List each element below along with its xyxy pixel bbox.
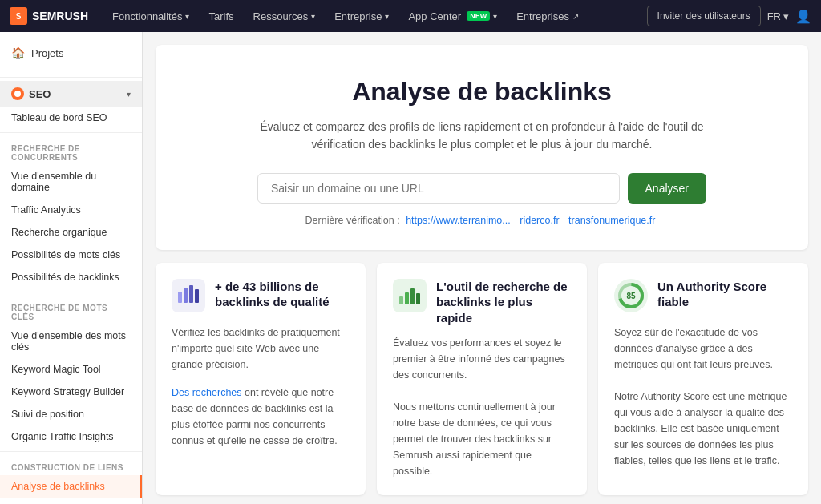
- svg-rect-2: [184, 288, 188, 303]
- quality-icon: [172, 279, 205, 315]
- sidebar-item-organic-insights[interactable]: Organic Traffic Insights: [0, 425, 142, 448]
- main-content: Analyse de backlinks Évaluez et comparez…: [143, 32, 821, 504]
- card-quality-body2: Des recherches ont révélé que notre base…: [172, 385, 350, 449]
- last-check-link-2[interactable]: riderco.fr: [520, 215, 559, 226]
- seo-icon: [11, 87, 24, 100]
- sidebar-item-possibilites-backlinks[interactable]: Possibilités de backlinks: [0, 266, 142, 288]
- card-score-body: Soyez sûr de l'exactitude de vos données…: [614, 325, 792, 469]
- last-check-label: Dernière vérification :: [305, 215, 400, 226]
- svg-rect-3: [189, 285, 193, 303]
- last-check-link-1[interactable]: https://www.terranimo...: [406, 215, 511, 226]
- nav-ressources[interactable]: Ressources: [244, 0, 326, 32]
- sidebar-projects-section: 🏠 Projets: [0, 32, 142, 74]
- svg-text:85: 85: [626, 292, 636, 300]
- search-row: Analyser: [257, 173, 706, 204]
- hero-subtitle: Évaluez et comparez des profils de liens…: [257, 118, 706, 154]
- sidebar-item-recherche-organique[interactable]: Recherche organique: [0, 221, 142, 244]
- svg-rect-9: [416, 293, 420, 304]
- svg-rect-8: [410, 288, 415, 304]
- nav-entreprises[interactable]: Entreprises: [507, 0, 588, 32]
- sidebar-item-possibilites-mots[interactable]: Possibilités de mots clés: [0, 244, 142, 266]
- sidebar-item-keyword-magic[interactable]: Keyword Magic Tool: [0, 358, 142, 381]
- seo-section-header[interactable]: SEO ▾: [0, 81, 142, 107]
- card-score: 85 Un Authority Score fiable Soyez sûr d…: [598, 263, 808, 496]
- nav-entreprise[interactable]: Entreprise: [325, 0, 398, 32]
- sidebar-projects[interactable]: 🏠 Projets: [0, 38, 142, 67]
- section-label-liens: CONSTRUCTION DE LIENS: [0, 455, 142, 475]
- chevron-down-icon: ▾: [127, 90, 131, 99]
- logo-text: SEMRUSH: [32, 10, 88, 22]
- logo[interactable]: S SEMRUSH: [10, 7, 88, 25]
- nav-right: Inviter des utilisateurs FR ▾ 👤: [647, 6, 811, 26]
- card-speed-body: Évaluez vos performances et soyez le pre…: [393, 335, 571, 479]
- svg-rect-1: [178, 292, 182, 303]
- sidebar-item-analyse-backlinks[interactable]: Analyse de backlinks: [0, 475, 142, 498]
- language-selector[interactable]: FR ▾: [767, 10, 789, 22]
- hero-section: Analyse de backlinks Évaluez et comparez…: [156, 45, 808, 250]
- feature-cards: + de 43 billions de backlinks de qualité…: [143, 263, 821, 504]
- nav-fonctionnalites[interactable]: Fonctionnalités: [103, 0, 199, 32]
- sidebar-item-vue-mots-cles[interactable]: Vue d'ensemble des mots clés: [0, 325, 142, 358]
- card-score-title: Un Authority Score fiable: [657, 279, 792, 310]
- nav-appcenter[interactable]: App Center NEW: [398, 0, 507, 32]
- last-check-row: Dernière vérification : https://www.terr…: [172, 215, 792, 226]
- card-quality-body1: Vérifiez les backlinks de pratiquement n…: [172, 325, 350, 373]
- user-menu[interactable]: 👤: [795, 9, 811, 24]
- card-quality-link[interactable]: Des recherches: [172, 387, 242, 398]
- card-quality-title: + de 43 billions de backlinks de qualité: [215, 279, 350, 310]
- card-quality: + de 43 billions de backlinks de qualité…: [156, 263, 366, 496]
- sidebar: 🏠 Projets SEO ▾ Tableau de bord SEO RECH…: [0, 32, 143, 504]
- last-check-link-3[interactable]: transfonumerique.fr: [568, 215, 655, 226]
- sidebar-item-traffic-analytics[interactable]: Traffic Analytics: [0, 199, 142, 221]
- score-icon: 85: [614, 279, 648, 315]
- invite-users-button[interactable]: Inviter des utilisateurs: [647, 6, 761, 26]
- svg-rect-4: [195, 289, 199, 303]
- sidebar-item-backlink-audit[interactable]: Backlink Audit: [0, 498, 142, 504]
- sidebar-item-suivi-position[interactable]: Suivi de position: [0, 403, 142, 425]
- sidebar-item-dashboard[interactable]: Tableau de bord SEO: [0, 107, 142, 129]
- sidebar-item-vue-domaine[interactable]: Vue d'ensemble du domaine: [0, 165, 142, 199]
- new-badge: NEW: [467, 11, 490, 21]
- logo-icon: S: [10, 7, 27, 25]
- analyze-button[interactable]: Analyser: [628, 173, 706, 204]
- home-icon: 🏠: [11, 46, 25, 59]
- section-label-concurrents: RECHERCHE DE CONCURRENTS: [0, 136, 142, 165]
- speed-icon: [393, 279, 427, 315]
- top-navigation: S SEMRUSH Fonctionnalités Tarifs Ressour…: [0, 0, 821, 32]
- card-speed-title: L'outil de recherche de backlinks le plu…: [436, 279, 571, 326]
- section-label-mots-cles: RECHERCHE DE MOTS CLÉS: [0, 296, 142, 325]
- page-title: Analyse de backlinks: [172, 77, 792, 107]
- svg-rect-5: [393, 279, 427, 312]
- svg-rect-0: [172, 279, 205, 312]
- sidebar-item-keyword-strategy[interactable]: Keyword Strategy Builder: [0, 381, 142, 403]
- svg-rect-6: [399, 296, 403, 304]
- nav-tarifs[interactable]: Tarifs: [199, 0, 243, 32]
- card-speed: L'outil de recherche de backlinks le plu…: [377, 263, 587, 496]
- domain-search-input[interactable]: [257, 173, 620, 204]
- svg-rect-7: [405, 292, 409, 304]
